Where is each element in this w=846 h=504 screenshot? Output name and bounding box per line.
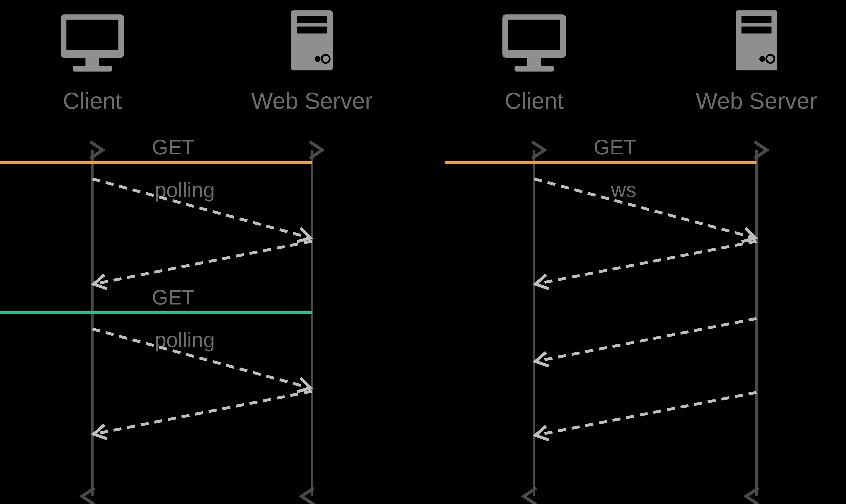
server-actor: Web Server xyxy=(251,11,373,114)
get2-label: GET xyxy=(152,286,195,309)
ws-push1-arrow xyxy=(536,241,756,284)
server-label: Web Server xyxy=(696,88,817,114)
ws-label: ws xyxy=(611,178,636,201)
left-panel: Client Web Server GET polling GET pollin… xyxy=(0,11,373,497)
client-label: Client xyxy=(505,88,564,114)
server-label: Web Server xyxy=(251,88,373,114)
monitor-icon xyxy=(503,15,566,72)
server-icon xyxy=(291,11,333,70)
server-icon xyxy=(736,11,777,70)
polling1-response-arrow xyxy=(95,241,312,284)
right-panel: Client Web Server GET ws xyxy=(445,11,817,497)
polling2-response-arrow xyxy=(95,391,312,434)
monitor-icon xyxy=(61,15,124,72)
server-actor: Web Server xyxy=(696,11,817,114)
ws-push3-arrow xyxy=(536,392,756,435)
sequence-diagram: Client Web Server GET polling GET pollin… xyxy=(0,0,846,504)
client-label: Client xyxy=(63,88,122,114)
ws-request-arrow xyxy=(534,179,754,238)
get-label: GET xyxy=(594,136,636,159)
ws-push2-arrow xyxy=(536,319,756,361)
get1-label: GET xyxy=(152,136,195,159)
client-actor: Client xyxy=(503,15,566,114)
client-actor: Client xyxy=(61,15,124,114)
